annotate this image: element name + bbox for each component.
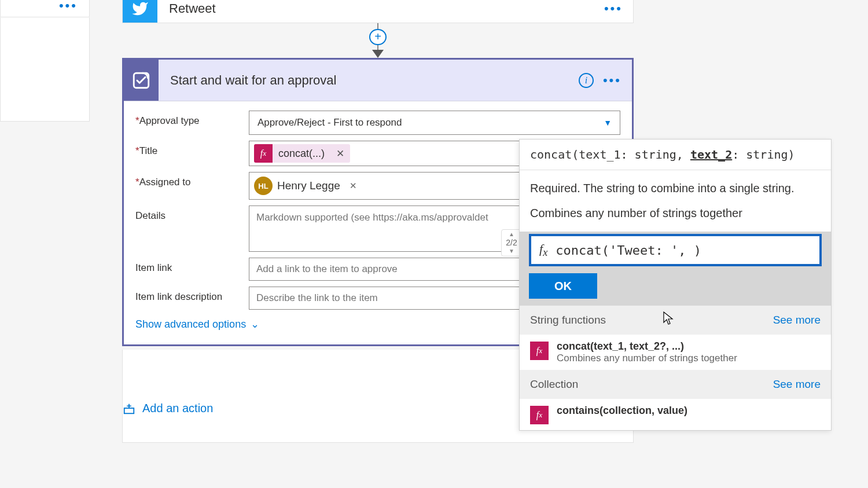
function-concat-sub: Combines any number of strings together (557, 353, 737, 364)
select-approval-type[interactable]: Approve/Reject - First to respond ▼ (249, 111, 620, 135)
add-step-icon[interactable]: + (369, 29, 387, 46)
add-action-button[interactable]: Add an action (123, 402, 213, 415)
fx-icon: fx (530, 406, 549, 424)
input-item-link-placeholder: Add a link to the item to approve (256, 263, 398, 275)
label-details: Details (135, 206, 249, 222)
paging-value: 2/2 (502, 238, 521, 248)
expression-signature: concat(text_1: string, text_2: string) (520, 140, 831, 170)
show-advanced-label: Show advanced options (135, 318, 246, 331)
expression-desc-required: Required. The string to combine into a s… (520, 170, 831, 200)
side-card-body (0, 17, 90, 122)
approval-more-icon[interactable]: ••• (603, 73, 632, 88)
input-details-placeholder: Markdown supported (see https://aka.ms/a… (256, 212, 488, 223)
select-approval-type-value: Approve/Reject - First to respond (258, 117, 402, 129)
label-assigned: *Assigned to (135, 172, 249, 188)
avatar: HL (254, 177, 273, 195)
paging-up-icon[interactable]: ▲ (502, 231, 521, 238)
expression-input[interactable]: concat('Tweet: ', ) (556, 243, 819, 258)
add-action-label: Add an action (142, 402, 213, 415)
approval-header[interactable]: Start and wait for an approval i ••• (124, 60, 632, 101)
fx-icon: fx (530, 342, 549, 360)
assigned-name: Henry Legge (277, 179, 340, 192)
input-item-link-desc-placeholder: Describe the link to the item (256, 292, 378, 304)
label-approval-type: *Approval type (135, 111, 249, 127)
ok-button[interactable]: OK (529, 273, 597, 299)
function-contains-name: contains(collection, value) (557, 405, 687, 417)
side-card-header: ••• (0, 0, 90, 17)
side-card-more-icon[interactable]: ••• (59, 3, 78, 9)
retweet-title: Retweet (157, 1, 604, 16)
expression-desc-summary: Combines any number of strings together (520, 200, 831, 232)
label-item-link-desc: Item link description (135, 287, 249, 303)
see-more-link[interactable]: See more (773, 314, 821, 326)
svg-rect-1 (124, 408, 134, 413)
function-concat[interactable]: fx concat(text_1, text_2?, ...) Combines… (520, 335, 831, 370)
show-advanced-link[interactable]: Show advanced options ⌄ (135, 315, 259, 335)
see-more-link[interactable]: See more (773, 378, 821, 391)
assigned-remove-icon[interactable]: ✕ (345, 181, 362, 191)
category-label: String functions (530, 314, 606, 326)
function-contains[interactable]: fx contains(collection, value) (520, 399, 831, 430)
chevron-down-icon: ⌄ (251, 318, 259, 331)
retweet-more-icon[interactable]: ••• (604, 1, 633, 16)
approval-title: Start and wait for an approval (159, 73, 579, 88)
expression-panel: concat(text_1: string, text_2: string) R… (519, 139, 832, 431)
chevron-down-icon: ▼ (604, 118, 612, 127)
fx-icon: fx (531, 241, 556, 259)
approval-icon (124, 60, 159, 101)
retweet-card[interactable]: Retweet ••• (122, 0, 634, 23)
row-approval-type: *Approval type Approve/Reject - First to… (135, 111, 620, 135)
expression-input-wrap: fx concat('Tweet: ', ) (529, 234, 822, 266)
expression-ok-row: OK (520, 266, 831, 306)
label-title: *Title (135, 141, 249, 157)
info-icon[interactable]: i (579, 73, 594, 88)
function-concat-name: concat(text_1, text_2?, ...) (557, 340, 737, 353)
arrow-down-icon (372, 50, 384, 58)
fx-icon: fx (254, 144, 273, 163)
connector: + (122, 23, 634, 58)
expression-chip-label: concat(...) (273, 148, 330, 160)
category-collection: Collection See more (520, 370, 831, 399)
expression-chip[interactable]: fx concat(...) ✕ (254, 144, 350, 163)
category-string-functions: String functions See more (520, 306, 831, 335)
category-label: Collection (530, 378, 578, 391)
label-item-link: Item link (135, 258, 249, 274)
add-action-icon (123, 402, 135, 415)
expression-chip-remove-icon[interactable]: ✕ (330, 148, 350, 160)
twitter-icon (123, 0, 157, 23)
paging-down-icon[interactable]: ▼ (502, 248, 521, 255)
